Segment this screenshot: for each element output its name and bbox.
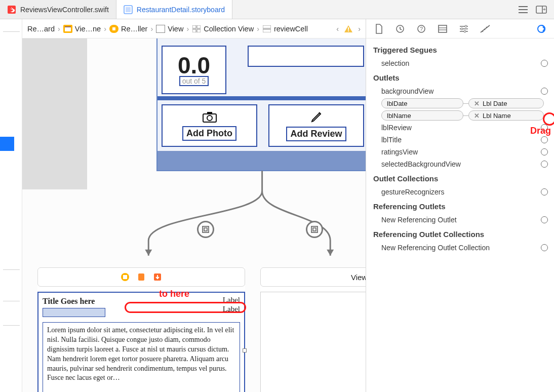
outlet-lblname-src[interactable]: lblName [381, 110, 463, 121]
vc-icon [121, 272, 130, 282]
rating-bar-box[interactable] [248, 46, 364, 67]
storyboard-file-icon [124, 5, 133, 14]
outlet-lblname-dst[interactable]: ✕Lbl Name [468, 110, 544, 121]
svg-rect-10 [197, 25, 201, 28]
size-inspector-icon[interactable] [480, 23, 491, 34]
svg-rect-8 [112, 27, 115, 30]
svg-rect-21 [204, 228, 207, 231]
connection-port[interactable] [541, 161, 548, 168]
outlet-lbldate-dst[interactable]: ✕Lbl Date [468, 98, 544, 108]
first-responder-icon [137, 272, 146, 282]
annotation-target-oval [125, 302, 246, 313]
scene-title: View Cont [351, 273, 366, 282]
outlet-lbldate-src[interactable]: lblDate [381, 98, 463, 108]
svg-rect-26 [138, 273, 144, 281]
resize-handle[interactable] [243, 348, 247, 352]
tab-restaurantdetail-storyboard[interactable]: RestaurantDetail.storyboard [116, 0, 232, 19]
add-review-button[interactable]: Add Review [268, 104, 364, 147]
chevron-right-icon: › [58, 25, 60, 33]
svg-rect-9 [192, 25, 196, 28]
right-scene[interactable]: View Cont [260, 267, 366, 392]
review-cell-scene[interactable]: Title Goes here Label Label Lorem ipsum … [37, 267, 245, 392]
outlet-gesturerecognizers[interactable]: gestureRecognizers [372, 186, 548, 198]
crumb-reviewcell[interactable]: reviewCell [262, 25, 308, 33]
tabbar-controls: + [518, 0, 554, 19]
svg-point-36 [464, 30, 466, 32]
swift-file-icon [7, 5, 16, 14]
chevron-right-icon: › [186, 25, 189, 33]
connection-port[interactable] [541, 216, 548, 223]
crumb-board[interactable]: Re…ard [27, 25, 55, 33]
chevron-right-icon: › [150, 25, 153, 33]
connection-port[interactable] [541, 60, 548, 67]
outlet-backgroundview[interactable]: backgroundView [372, 85, 548, 97]
outlet-ratingsview[interactable]: ratingsView [372, 146, 548, 158]
review-text-label[interactable]: Lorem ipsum dolor sit amet, consectetur … [43, 322, 240, 392]
pencil-icon [310, 110, 323, 124]
ib-canvas[interactable]: 0.0 out of 5 Add Photo Add Review [22, 38, 366, 392]
connection-port[interactable] [541, 88, 548, 95]
ratings-slot[interactable] [43, 308, 105, 317]
annotation-drag-circle [543, 112, 554, 126]
segue-node-icon[interactable] [306, 221, 323, 238]
svg-rect-18 [207, 112, 212, 114]
file-inspector-icon[interactable] [373, 23, 384, 34]
rating-score-box[interactable]: 0.0 out of 5 [162, 46, 226, 94]
svg-rect-25 [123, 275, 127, 279]
outlet-selectedbackgroundview[interactable]: selectedBackgroundView [372, 158, 548, 170]
connection-port[interactable] [541, 244, 548, 251]
outlet-lbltitle[interactable]: lblTitle [372, 134, 548, 146]
title-label[interactable]: Title Goes here [43, 297, 95, 306]
attributes-inspector-icon[interactable] [458, 23, 469, 34]
connections-inspector-icon[interactable] [536, 23, 547, 34]
assistant-split-icon[interactable]: + [536, 4, 547, 15]
editor-lines-icon[interactable] [518, 4, 529, 15]
detail-header-card[interactable]: 0.0 out of 5 Add Photo Add Review [156, 38, 366, 171]
crumb-scene[interactable]: Vie…ne [63, 25, 101, 33]
svg-rect-7 [65, 26, 71, 27]
nav-fwd-icon[interactable]: › [358, 25, 361, 33]
nav-back-icon[interactable]: ‹ [336, 25, 339, 33]
section-outlets: Outlets [373, 73, 548, 82]
tab-reviewsviewcontroller[interactable]: ReviewsViewController.swift [0, 0, 116, 19]
disconnect-icon[interactable]: ✕ [474, 112, 480, 120]
add-photo-button[interactable]: Add Photo [162, 104, 257, 147]
outlet-lblreview[interactable]: lblReview [372, 122, 548, 134]
connection-port[interactable] [541, 136, 548, 143]
chevron-right-icon: › [257, 25, 259, 33]
segue-node-icon[interactable] [197, 221, 214, 238]
crumb-collectionview[interactable]: Collection View [192, 25, 254, 33]
scene-title-bar[interactable] [37, 267, 245, 287]
svg-rect-14 [263, 29, 271, 32]
svg-rect-15 [348, 27, 349, 30]
right-scene-view[interactable] [260, 292, 366, 392]
help-inspector-icon[interactable]: ? [416, 23, 427, 34]
history-inspector-icon[interactable] [394, 23, 406, 34]
card-footer-fill [157, 151, 366, 170]
annotation-drag: Drag [530, 126, 551, 136]
tab-bar: ReviewsViewController.swift RestaurantDe… [0, 0, 554, 19]
crumb-controller[interactable]: Re…ller [109, 25, 147, 33]
new-referencing-outlet-collection[interactable]: New Referencing Outlet Collection [372, 242, 548, 254]
svg-rect-6 [65, 27, 71, 31]
svg-point-19 [207, 115, 212, 121]
section-outlet-collections: Outlet Collections [373, 174, 548, 183]
connection-port[interactable] [541, 188, 548, 195]
inspector-panel: ? Triggered Segues selection Outlets bac… [366, 19, 554, 392]
outlet-selection[interactable]: selection [372, 57, 548, 69]
section-referencing-outlet-collections: Referencing Outlet Collections [373, 230, 548, 239]
scene-title-bar[interactable]: View Cont [260, 267, 366, 287]
connection-port[interactable] [541, 148, 548, 155]
outlet-lbldate-row[interactable]: lblDate ✕Lbl Date [372, 97, 548, 109]
svg-rect-2 [126, 7, 131, 12]
outlet-lblname-row[interactable]: lblName ✕Lbl Name [372, 109, 548, 122]
editor-main: Re…ard › Vie…ne › Re…ller › View › Colle… [22, 19, 366, 392]
crumb-view[interactable]: View [156, 25, 183, 33]
identity-inspector-icon[interactable] [437, 23, 448, 34]
tab-label: ReviewsViewController.swift [20, 6, 109, 14]
disconnect-icon[interactable]: ✕ [474, 100, 480, 107]
warning-icon[interactable] [344, 25, 353, 33]
tab-label: RestaurantDetail.storyboard [137, 6, 225, 14]
svg-rect-31 [439, 25, 447, 32]
new-referencing-outlet[interactable]: New Referencing Outlet [372, 214, 548, 226]
